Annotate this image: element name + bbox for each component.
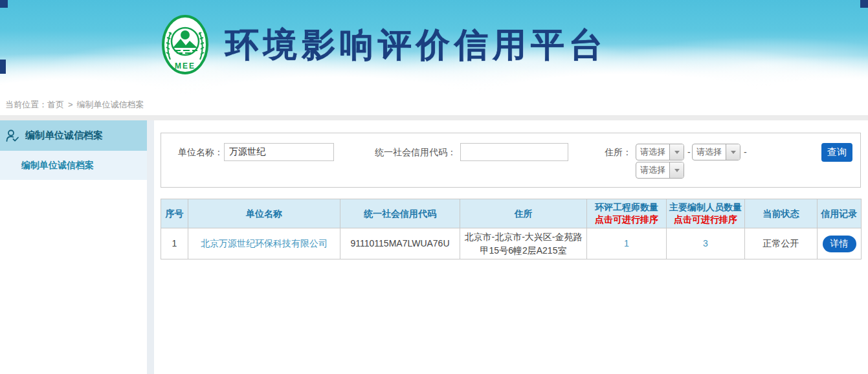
cell-status: 正常公开 <box>745 228 818 259</box>
sort-hint: 点击可进行排序 <box>669 214 742 226</box>
window-edge-artifact <box>860 0 868 8</box>
search-panel: 单位名称： 统一社会信用代码： 住所： 请选择 - 请选择 - 请选择 <box>161 133 861 188</box>
breadcrumb-separator: > <box>68 100 73 109</box>
cell-index: 1 <box>161 228 188 259</box>
staff-count-link[interactable]: 3 <box>703 238 708 248</box>
col-header-credit-record: 信用记录 <box>818 199 862 228</box>
address-label: 住所： <box>599 143 632 161</box>
logo-mee-text: MEE <box>175 61 195 71</box>
sidebar-subitem-unit-credit-archive[interactable]: 编制单位诚信档案 <box>0 151 147 180</box>
address-dash: - <box>744 144 747 160</box>
unit-name-input[interactable] <box>224 143 334 161</box>
detail-button[interactable]: 详情 <box>823 236 856 252</box>
credit-code-input[interactable] <box>460 143 568 161</box>
credit-code-label: 统一社会信用代码： <box>366 143 456 161</box>
cell-credit-code: 91110115MA7LWUA76U <box>340 228 460 259</box>
engineer-count-link[interactable]: 1 <box>624 238 629 248</box>
province-select-value: 请选择 <box>636 144 669 160</box>
main-content: 单位名称： 统一社会信用代码： 住所： 请选择 - 请选择 - 请选择 <box>154 120 868 374</box>
breadcrumb-prefix: 当前位置： <box>5 99 47 111</box>
sidebar-item-label: 编制单位诚信档案 <box>25 129 103 142</box>
cell-staff-count: 3 <box>667 228 745 259</box>
table-row: 1 北京万源世纪环保科技有限公司 91110115MA7LWUA76U 北京市-… <box>161 228 862 259</box>
divider-band <box>0 115 868 120</box>
sidebar-item-unit-credit-archive[interactable]: 编制单位诚信档案 <box>0 120 147 151</box>
content-area: 编制单位诚信档案 编制单位诚信档案 单位名称： 统一社会信用代码： 住所： 请选… <box>0 120 868 374</box>
chevron-down-icon[interactable] <box>726 144 740 160</box>
sidebar: 编制单位诚信档案 编制单位诚信档案 <box>0 120 147 374</box>
sidebar-gutter <box>147 120 154 374</box>
district-select-value: 请选择 <box>636 162 669 178</box>
window-edge-artifact <box>0 0 8 8</box>
breadcrumb: 当前位置： 首页 > 编制单位诚信档案 <box>0 94 868 115</box>
col-header-unit-name: 单位名称 <box>188 199 340 228</box>
mee-logo: MEE <box>161 14 209 78</box>
table-header-row: 序号 单位名称 统一社会信用代码 住所 环评工程师数量 点击可进行排序 主要编制… <box>161 199 862 228</box>
district-select[interactable]: 请选择 <box>636 162 684 179</box>
col-header-index: 序号 <box>161 199 188 228</box>
province-select[interactable]: 请选择 <box>636 144 684 160</box>
page: MEE 环境影响评价信用平台 当前位置： 首页 > 编制单位诚信档案 编制单位诚… <box>0 0 868 374</box>
site-header: MEE 环境影响评价信用平台 <box>0 0 868 94</box>
cell-unit-name: 北京万源世纪环保科技有限公司 <box>188 228 340 259</box>
city-select-value: 请选择 <box>693 144 726 160</box>
window-edge-artifact <box>0 60 6 74</box>
col-header-credit-code: 统一社会信用代码 <box>340 199 460 228</box>
sun-icon <box>181 30 190 39</box>
chevron-down-icon[interactable] <box>669 144 684 160</box>
cell-credit-record: 详情 <box>818 228 862 259</box>
col-header-address: 住所 <box>460 199 587 228</box>
cell-engineer-count: 1 <box>587 228 667 259</box>
site-title: 环境影响评价信用平台 <box>225 23 607 66</box>
cell-address: 北京市-北京市-大兴区-金苑路甲15号6幢2层A215室 <box>460 228 587 259</box>
user-check-icon <box>5 129 19 143</box>
breadcrumb-home-link[interactable]: 首页 <box>47 99 64 111</box>
sidebar-subitem-label: 编制单位诚信档案 <box>21 160 94 171</box>
sort-hint: 点击可进行排序 <box>589 214 664 226</box>
chevron-down-icon[interactable] <box>669 162 684 178</box>
unit-name-label: 单位名称： <box>169 143 223 161</box>
col-header-engineer-count-sortable[interactable]: 环评工程师数量 点击可进行排序 <box>587 199 667 228</box>
col-header-status: 当前状态 <box>745 199 818 228</box>
company-link[interactable]: 北京万源世纪环保科技有限公司 <box>201 238 328 248</box>
col-header-staff-count-sortable[interactable]: 主要编制人员数量 点击可进行排序 <box>667 199 745 228</box>
city-select[interactable]: 请选择 <box>692 144 740 160</box>
query-button[interactable]: 查询 <box>821 143 852 162</box>
address-dash: - <box>687 144 691 160</box>
breadcrumb-current: 编制单位诚信档案 <box>77 99 144 111</box>
results-table: 序号 单位名称 统一社会信用代码 住所 环评工程师数量 点击可进行排序 主要编制… <box>161 199 862 259</box>
